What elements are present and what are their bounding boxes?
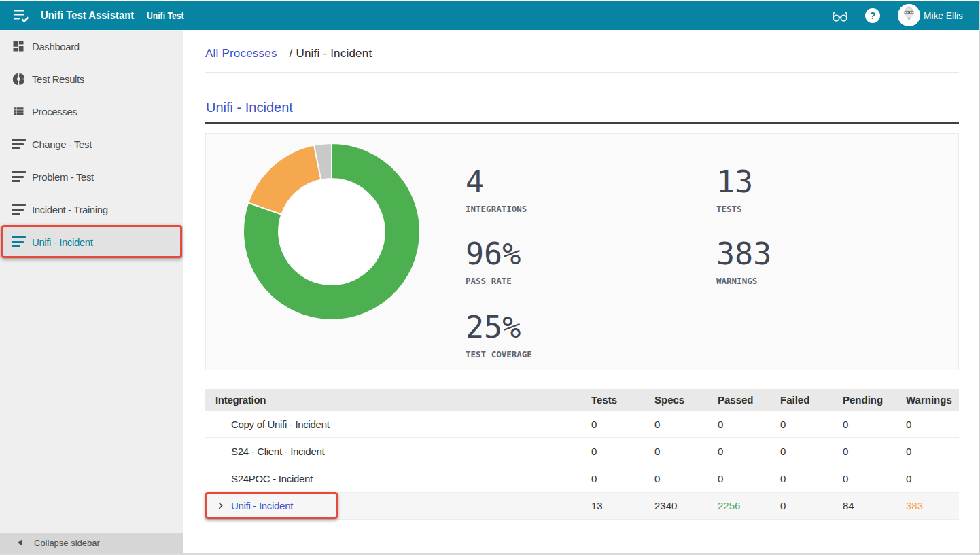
stat-value: 25% [466,312,669,343]
cell-specs: 2340 [654,500,718,512]
donut-icon [12,72,27,86]
breadcrumb: All Processes / Unifi - Incident [205,47,372,60]
breadcrumb-divider [205,72,959,73]
cell-pending: 84 [843,500,906,512]
column-header-tests: Tests [591,394,654,406]
table-row-s24poc-incident[interactable]: S24POC - Incident000000 [205,465,959,493]
cell-warnings: 383 [906,500,959,512]
cell-specs: 0 [654,418,718,430]
sidebar-nav: DashboardTest ResultsProcessesChange - T… [0,30,183,258]
column-header-passed: Passed [718,394,780,406]
stat-tests: 13TESTS [716,166,920,214]
sidebar-item-label: Unifi - Incident [32,236,92,248]
chevron-right-icon [216,501,225,510]
table-row-copy-of-unifi-incident[interactable]: Copy of Unifi - Incident000000 [205,411,959,438]
sidebar-item-incident-training[interactable]: Incident - Training [0,193,183,226]
cell-passed: 0 [718,446,780,457]
collapse-arrow-icon [18,539,22,546]
process-lines-icon [12,171,27,182]
cell-specs: 0 [654,446,718,457]
sidebar-item-processes[interactable]: Processes [0,95,183,128]
list-icon [12,105,27,118]
menu-check-icon[interactable] [14,9,30,22]
cell-failed: 0 [780,473,843,484]
stat-pass-rate: 96%PASS RATE [466,238,669,286]
sidebar-item-label: Test Results [32,73,84,85]
table-row-s24-client-incident[interactable]: S24 - Client - Incident000000 [205,438,959,465]
page-title: Unifi - Incident [206,100,293,115]
main-content: All Processes / Unifi - Incident Unifi -… [183,30,979,553]
cell-tests: 13 [591,500,654,512]
stat-warnings: 383WARNINGS [716,238,920,286]
user-name[interactable]: Mike Ellis [924,10,960,21]
cell-passed: 2256 [718,500,780,512]
sidebar-item-dashboard[interactable]: Dashboard [0,30,183,62]
column-header-integration: Integration [205,394,591,406]
column-header-failed: Failed [780,394,843,406]
cell-tests: 0 [591,418,654,430]
sidebar-item-label: Dashboard [32,41,80,52]
column-header-pending: Pending [843,394,906,406]
table-row-unifi-incident[interactable]: Unifi - Incident1323402256084383 [205,493,959,520]
cell-warnings: 0 [906,446,959,457]
integration-name: S24POC - Incident [231,473,313,484]
sidebar-item-label: Problem - Test [32,171,94,183]
cell-passed: 0 [718,473,780,484]
sidebar-item-test-results[interactable]: Test Results [0,62,183,95]
collapse-sidebar-button[interactable]: Collapse sidebar [0,533,183,553]
cell-pending: 0 [843,446,906,457]
cell-warnings: 0 [906,473,959,484]
table-body: Copy of Unifi - Incident000000S24 - Clie… [205,411,959,520]
topbar-right: ? Mike Ellis [831,4,979,26]
process-lines-icon [12,204,27,215]
sidebar-item-change-test[interactable]: Change - Test [0,128,183,160]
stat-integrations: 4INTEGRATIONS [466,166,669,214]
stat-label: PASS RATE [466,276,669,286]
summary-donut-chart [237,137,427,327]
stat-value: 96% [466,238,669,270]
cell-failed: 0 [780,418,843,430]
cell-warnings: 0 [906,418,959,430]
sidebar-item-label: Incident - Training [32,204,108,215]
cell-failed: 0 [780,500,843,512]
process-lines-icon [12,139,27,149]
stat-test-coverage: 25%TEST COVERAGE [466,312,669,359]
integration-name: S24 - Client - Incident [231,446,324,457]
cell-failed: 0 [780,446,843,457]
stat-value: 4 [466,166,669,198]
integration-link[interactable]: Unifi - Incident [231,500,293,512]
cell-pending: 0 [843,418,906,430]
cell-tests: 0 [591,473,654,484]
cell-specs: 0 [654,473,718,484]
cell-passed: 0 [718,418,780,430]
breadcrumb-current: / Unifi - Incident [290,47,372,60]
cell-tests: 0 [591,446,654,457]
stat-label: WARNINGS [716,276,920,286]
sidebar-item-unifi-incident[interactable]: Unifi - Incident [0,226,183,258]
stat-value: 13 [716,166,920,198]
collapse-label: Collapse sidebar [34,538,100,548]
stat-label: INTEGRATIONS [466,204,669,214]
glasses-icon[interactable] [831,7,849,24]
help-icon[interactable]: ? [865,8,880,23]
table-header-row: IntegrationTestsSpecsPassedFailedPending… [205,389,959,411]
sidebar: DashboardTest ResultsProcessesChange - T… [0,30,183,553]
app-title: Unifi Test Assistant [41,10,134,22]
stat-value: 383 [716,238,920,270]
summary-card: 4INTEGRATIONS96%PASS RATE25%TEST COVERAG… [205,133,959,370]
top-bar: Unifi Test Assistant Unifi Test ? [0,1,979,30]
stat-label: TESTS [716,204,920,214]
app-window: Unifi Test Assistant Unifi Test ? [0,0,980,555]
column-header-specs: Specs [654,394,718,406]
dashboard-icon [12,39,27,53]
sidebar-item-label: Processes [32,106,77,118]
title-underline [205,122,959,124]
column-header-warnings: Warnings [906,394,959,406]
stat-label: TEST COVERAGE [466,349,669,359]
user-avatar[interactable] [898,4,920,26]
app-subtitle: Unifi Test [147,10,184,21]
cell-pending: 0 [843,473,906,484]
breadcrumb-all-processes-link[interactable]: All Processes [205,47,277,60]
sidebar-item-problem-test[interactable]: Problem - Test [0,160,183,193]
integration-table: IntegrationTestsSpecsPassedFailedPending… [205,389,959,520]
